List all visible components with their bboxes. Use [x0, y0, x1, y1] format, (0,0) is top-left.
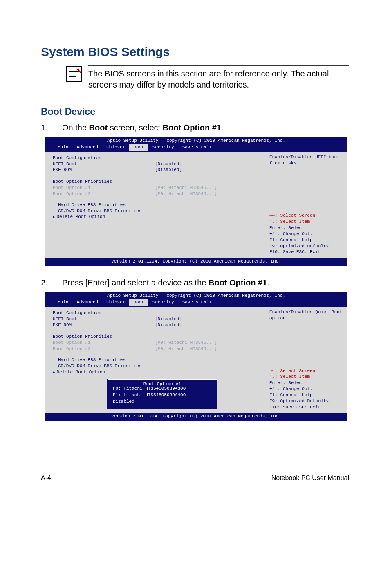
manual-title: Notebook PC User Manual [271, 474, 349, 482]
value: [Disabled] [155, 316, 182, 322]
bios-footer: Version 2.01.1204. Copyright (C) 2010 Am… [45, 258, 347, 265]
note-text: The BIOS screens in this section are for… [88, 65, 349, 94]
pxe-rom-row[interactable]: PXE ROM[Disabled] [53, 322, 261, 328]
tab-chipset[interactable]: Chipset [102, 144, 129, 151]
nav-plusminus: +/—: Change Opt. [269, 386, 343, 392]
label: Delete Boot Option [56, 214, 105, 219]
help-text: Enables/Disables Quiet Boot option. [269, 309, 343, 321]
popup-option[interactable]: Disabled [113, 399, 212, 405]
t: . [267, 278, 269, 287]
popup-option[interactable]: P1: Hitachi HTS545050B9A400 [113, 392, 212, 398]
delete-boot-option-link[interactable]: Delete Boot Option [53, 214, 261, 220]
uefi-boot-row[interactable]: UEFI Boot[Disabled] [53, 316, 261, 322]
tab-advanced[interactable]: Advanced [72, 299, 102, 306]
value: [P0: Hitachi HTS545...] [155, 191, 217, 197]
bios-footer: Version 2.01.1204. Copyright (C) 2010 Am… [45, 413, 347, 420]
bios-main-panel: Boot Configuration UEFI Boot[Disabled] P… [45, 152, 265, 258]
section-title: Boot Device [41, 106, 349, 117]
page-title: System BIOS Settings [41, 45, 349, 59]
boot-priorities-heading: Boot Option Priorities [53, 179, 261, 185]
label: Boot Option #1 [53, 340, 155, 346]
pxe-rom-row[interactable]: PXE ROM[Disabled] [53, 167, 261, 173]
page-number: A-4 [41, 474, 51, 482]
bios-header: Aptio Setup Utility - Copyright (C) 2010… [45, 137, 347, 144]
bios-screenshot-2: Aptio Setup Utility - Copyright (C) 2010… [45, 292, 347, 421]
bios-tabs: MainAdvancedChipsetBootSecuritySave & Ex… [45, 299, 347, 307]
uefi-boot-row[interactable]: UEFI Boot[Disabled] [53, 161, 261, 167]
popup-title: Boot Option #1 [129, 381, 195, 387]
step-text: On the Boot screen, select Boot Option #… [62, 123, 224, 132]
page-footer: A-4 Notebook PC User Manual [41, 470, 349, 482]
label: Boot Option #2 [53, 346, 155, 352]
tab-security[interactable]: Security [148, 299, 178, 306]
boot-priorities-heading: Boot Option Priorities [53, 334, 261, 340]
boot-option-1-row[interactable]: Boot Option #1[P0: Hitachi HTS545...] [53, 340, 261, 346]
cddvd-bbs-link[interactable]: CD/DVD ROM Drive BBS Priorities [53, 208, 261, 214]
bios-header: Aptio Setup Utility - Copyright (C) 2010… [45, 292, 347, 299]
nav-enter: Enter: Select [269, 380, 343, 386]
boot-option-1-row[interactable]: Boot Option #1[P0: Hitachi HTS545...] [53, 185, 261, 191]
note-icon [65, 65, 83, 83]
boot-config-heading: Boot Configuration [53, 310, 261, 316]
note-block: The BIOS screens in this section are for… [65, 65, 349, 94]
tab-main[interactable]: Main [54, 299, 72, 306]
step-text: Press [Enter] and select a device as the… [62, 278, 269, 287]
label: Delete Boot Option [56, 370, 105, 375]
value: [P0: Hitachi HTS545...] [155, 346, 217, 352]
boot-option-popup[interactable]: Boot Option #1 P0: Hitachi HTS545050B9A3… [108, 379, 217, 409]
tab-main[interactable]: Main [54, 144, 72, 151]
label: PXE ROM [53, 167, 155, 173]
t: Boot Option #1 [163, 123, 221, 132]
boot-option-2-row[interactable]: Boot Option #2[P0: Hitachi HTS545...] [53, 191, 261, 197]
label: Boot Option #1 [53, 185, 155, 191]
value: [P0: Hitachi HTS545...] [155, 185, 217, 191]
t: On the [62, 123, 89, 132]
tab-boot[interactable]: Boot [129, 299, 148, 306]
value: [Disabled] [155, 322, 182, 328]
label: UEFI Boot [53, 316, 155, 322]
nav-enter: Enter: Select [269, 225, 343, 231]
t: Boot [89, 123, 108, 132]
nav-f1: F1: General Help [269, 392, 343, 398]
bios-help-panel: Enables/Disables UEFI boot from disks. →… [265, 152, 347, 258]
value: [Disabled] [155, 167, 182, 173]
boot-config-heading: Boot Configuration [53, 155, 261, 161]
bios-help-panel: Enables/Disables Quiet Boot option. →←: … [265, 307, 347, 413]
step-number: 1. [41, 123, 62, 132]
tab-advanced[interactable]: Advanced [72, 144, 102, 151]
tab-boot[interactable]: Boot [129, 144, 148, 151]
tab-save-exit[interactable]: Save & Exit [178, 144, 216, 151]
t: . [221, 123, 224, 132]
step-number: 2. [41, 278, 62, 287]
nav-f10: F10: Save ESC: Exit [269, 249, 343, 255]
arrows-lr-icon: →←: Select Screen [269, 368, 315, 373]
step-1: 1. On the Boot screen, select Boot Optio… [41, 123, 349, 132]
bios-screenshot-1: Aptio Setup Utility - Copyright (C) 2010… [45, 137, 347, 266]
value: [Disabled] [155, 161, 182, 167]
step-2: 2. Press [Enter] and select a device as … [41, 278, 349, 287]
nav-plusminus: +/—: Change Opt. [269, 231, 343, 237]
label: UEFI Boot [53, 161, 155, 167]
cddvd-bbs-link[interactable]: CD/DVD ROM Drive BBS Priorities [53, 363, 261, 369]
boot-option-2-row[interactable]: Boot Option #2[P0: Hitachi HTS545...] [53, 346, 261, 352]
value: [P0: Hitachi HTS545...] [155, 340, 217, 346]
t: Boot Option #1 [208, 278, 267, 287]
nav-f9: F9: Optimized Defaults [269, 398, 343, 404]
delete-boot-option-link[interactable]: Delete Boot Option [53, 369, 261, 375]
hdd-bbs-link[interactable]: Hard Drive BBS Priorities [53, 202, 261, 208]
nav-keys: →←: Select Screen ↑↓: Select Item Enter:… [269, 213, 343, 255]
label: Boot Option #2 [53, 191, 155, 197]
arrows-ud-icon: ↑↓: Select Item [269, 219, 310, 224]
nav-f10: F10: Save ESC: Exit [269, 404, 343, 411]
tab-security[interactable]: Security [148, 144, 178, 151]
nav-keys: →←: Select Screen ↑↓: Select Item Enter:… [269, 368, 343, 411]
nav-f1: F1: General Help [269, 237, 343, 243]
tab-chipset[interactable]: Chipset [102, 299, 129, 306]
bios-tabs: MainAdvancedChipsetBootSecuritySave & Ex… [45, 144, 347, 152]
hdd-bbs-link[interactable]: Hard Drive BBS Priorities [53, 357, 261, 363]
nav-f9: F9: Optimized Defaults [269, 243, 343, 249]
t: screen, select [108, 123, 163, 132]
arrows-ud-icon: ↑↓: Select Item [269, 374, 310, 379]
bios-main-panel: Boot Configuration UEFI Boot[Disabled] P… [45, 307, 265, 413]
tab-save-exit[interactable]: Save & Exit [178, 299, 216, 306]
